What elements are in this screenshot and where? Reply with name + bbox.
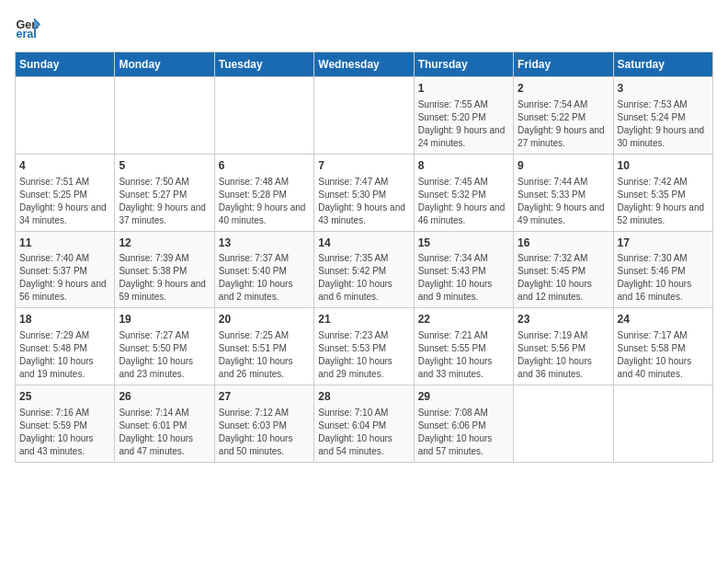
- calendar-cell: 18Sunrise: 7:29 AMSunset: 5:48 PMDayligh…: [16, 308, 115, 385]
- day-info: Sunrise: 7:14 AM: [119, 407, 210, 419]
- day-info: Sunrise: 7:23 AM: [318, 329, 409, 342]
- day-info: Daylight: 10 hours and 26 minutes.: [219, 355, 310, 381]
- day-info: Sunrise: 7:37 AM: [219, 252, 310, 265]
- day-number: 2: [518, 81, 609, 97]
- day-info: Daylight: 10 hours and 36 minutes.: [518, 355, 609, 381]
- svg-text:eral: eral: [16, 28, 36, 40]
- calendar-cell: 2Sunrise: 7:54 AMSunset: 5:22 PMDaylight…: [514, 77, 613, 155]
- day-info: Sunset: 5:38 PM: [119, 265, 210, 278]
- week-row-2: 4Sunrise: 7:51 AMSunset: 5:25 PMDaylight…: [16, 154, 713, 231]
- calendar-cell: [214, 77, 313, 155]
- day-info: Daylight: 9 hours and 49 minutes.: [518, 201, 609, 227]
- day-info: Sunset: 6:06 PM: [418, 419, 509, 432]
- day-info: Sunrise: 7:48 AM: [219, 176, 310, 189]
- day-info: Sunset: 5:33 PM: [518, 189, 609, 201]
- day-info: Daylight: 10 hours and 33 minutes.: [418, 355, 509, 381]
- day-number: 22: [418, 312, 509, 327]
- day-info: Daylight: 9 hours and 46 minutes.: [418, 201, 509, 227]
- calendar-cell: 28Sunrise: 7:10 AMSunset: 6:04 PMDayligh…: [314, 385, 414, 463]
- calendar-cell: 10Sunrise: 7:42 AMSunset: 5:35 PMDayligh…: [613, 154, 712, 231]
- day-info: Daylight: 10 hours and 9 minutes.: [418, 278, 509, 304]
- day-number: 4: [19, 158, 110, 174]
- day-info: Sunset: 5:28 PM: [219, 189, 310, 201]
- day-info: Sunrise: 7:29 AM: [19, 329, 110, 342]
- day-info: Sunset: 5:56 PM: [518, 342, 609, 355]
- day-info: Sunrise: 7:39 AM: [119, 252, 210, 265]
- week-row-5: 25Sunrise: 7:16 AMSunset: 5:59 PMDayligh…: [16, 385, 713, 463]
- day-info: Sunrise: 7:32 AM: [518, 252, 609, 265]
- day-info: Sunrise: 7:35 AM: [318, 252, 409, 265]
- day-number: 15: [418, 236, 509, 251]
- day-info: Sunrise: 7:40 AM: [19, 252, 110, 265]
- calendar-cell: 7Sunrise: 7:47 AMSunset: 5:30 PMDaylight…: [314, 154, 414, 231]
- day-info: Daylight: 9 hours and 34 minutes.: [19, 201, 110, 227]
- day-info: Daylight: 10 hours and 29 minutes.: [318, 355, 409, 381]
- day-info: Daylight: 10 hours and 54 minutes.: [318, 432, 409, 458]
- day-info: Sunset: 5:42 PM: [318, 265, 409, 278]
- day-info: Sunset: 5:27 PM: [119, 189, 210, 201]
- day-info: Sunset: 5:22 PM: [518, 111, 609, 124]
- calendar-cell: 13Sunrise: 7:37 AMSunset: 5:40 PMDayligh…: [214, 231, 313, 308]
- day-info: Daylight: 9 hours and 24 minutes.: [418, 124, 509, 150]
- day-info: Daylight: 10 hours and 12 minutes.: [518, 278, 609, 304]
- day-info: Sunset: 6:04 PM: [318, 419, 409, 432]
- calendar-cell: [314, 77, 414, 155]
- calendar-cell: 23Sunrise: 7:19 AMSunset: 5:56 PMDayligh…: [514, 308, 613, 385]
- logo: Gen eral: [15, 15, 44, 40]
- day-number: 27: [219, 389, 310, 405]
- day-number: 7: [318, 158, 409, 174]
- header-sunday: Sunday: [16, 52, 115, 77]
- day-info: Sunset: 5:25 PM: [19, 189, 110, 201]
- day-info: Sunrise: 7:10 AM: [318, 407, 409, 419]
- day-number: 5: [119, 158, 210, 174]
- day-info: Sunrise: 7:53 AM: [618, 98, 709, 111]
- day-info: Daylight: 10 hours and 16 minutes.: [618, 278, 709, 304]
- calendar-cell: 6Sunrise: 7:48 AMSunset: 5:28 PMDaylight…: [214, 154, 313, 231]
- calendar-cell: 24Sunrise: 7:17 AMSunset: 5:58 PMDayligh…: [613, 308, 712, 385]
- calendar-cell: 8Sunrise: 7:45 AMSunset: 5:32 PMDaylight…: [414, 154, 513, 231]
- day-info: Sunrise: 7:51 AM: [19, 176, 110, 189]
- header-friday: Friday: [514, 52, 613, 77]
- day-info: Sunrise: 7:47 AM: [318, 176, 409, 189]
- day-info: Daylight: 9 hours and 27 minutes.: [518, 124, 609, 150]
- day-info: Sunset: 5:40 PM: [219, 265, 310, 278]
- day-info: Sunrise: 7:44 AM: [518, 176, 609, 189]
- day-info: Sunrise: 7:27 AM: [119, 329, 210, 342]
- day-info: Daylight: 9 hours and 59 minutes.: [119, 278, 210, 304]
- day-info: Sunset: 6:01 PM: [119, 419, 210, 432]
- calendar-cell: 20Sunrise: 7:25 AMSunset: 5:51 PMDayligh…: [214, 308, 313, 385]
- day-info: Sunset: 6:03 PM: [219, 419, 310, 432]
- day-number: 18: [19, 312, 110, 327]
- header-wednesday: Wednesday: [314, 52, 414, 77]
- day-info: Sunset: 5:50 PM: [119, 342, 210, 355]
- day-info: Daylight: 9 hours and 56 minutes.: [19, 278, 110, 304]
- day-info: Sunset: 5:45 PM: [518, 265, 609, 278]
- day-info: Daylight: 10 hours and 19 minutes.: [19, 355, 110, 381]
- day-info: Daylight: 10 hours and 43 minutes.: [19, 432, 110, 458]
- header-row: SundayMondayTuesdayWednesdayThursdayFrid…: [16, 52, 713, 77]
- day-info: Daylight: 9 hours and 40 minutes.: [219, 201, 310, 227]
- week-row-1: 1Sunrise: 7:55 AMSunset: 5:20 PMDaylight…: [16, 77, 713, 155]
- day-info: Sunrise: 7:54 AM: [518, 98, 609, 111]
- day-info: Sunset: 5:37 PM: [19, 265, 110, 278]
- day-info: Sunset: 5:46 PM: [618, 265, 709, 278]
- calendar-cell: [613, 385, 712, 463]
- day-info: Sunset: 5:55 PM: [418, 342, 509, 355]
- day-number: 10: [618, 158, 709, 174]
- day-number: 3: [618, 81, 709, 97]
- day-number: 16: [518, 236, 609, 251]
- day-info: Daylight: 10 hours and 2 minutes.: [219, 278, 310, 304]
- day-info: Sunset: 5:59 PM: [19, 419, 110, 432]
- calendar-cell: 14Sunrise: 7:35 AMSunset: 5:42 PMDayligh…: [314, 231, 414, 308]
- header-saturday: Saturday: [613, 52, 712, 77]
- calendar-cell: 15Sunrise: 7:34 AMSunset: 5:43 PMDayligh…: [414, 231, 513, 308]
- day-number: 8: [418, 158, 509, 174]
- calendar-cell: 21Sunrise: 7:23 AMSunset: 5:53 PMDayligh…: [314, 308, 414, 385]
- logo-icon: Gen eral: [15, 15, 40, 40]
- day-number: 11: [19, 236, 110, 251]
- day-info: Sunrise: 7:55 AM: [418, 98, 509, 111]
- day-number: 21: [318, 312, 409, 327]
- day-info: Sunrise: 7:12 AM: [219, 407, 310, 419]
- calendar-table: SundayMondayTuesdayWednesdayThursdayFrid…: [15, 52, 713, 463]
- calendar-cell: 11Sunrise: 7:40 AMSunset: 5:37 PMDayligh…: [16, 231, 115, 308]
